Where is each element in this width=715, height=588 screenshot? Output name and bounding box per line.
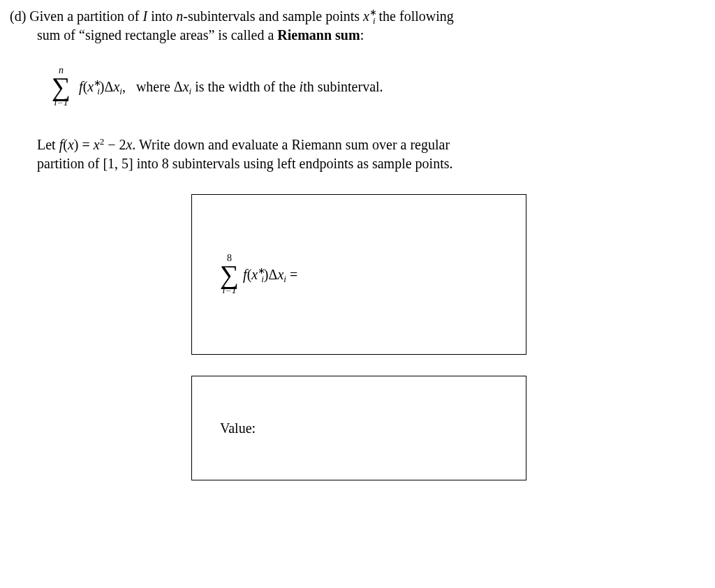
box1-expression: 8 ∑ i=1 f(x∗i)Δxi = [220,253,297,295]
sum-expression: f(x∗i)Δxi, where Δxi is the width of the… [79,78,383,96]
intro-bold: Riemann sum [277,27,360,43]
where-text: where Δxi is the width of the ith subint… [129,79,383,94]
box1-math: f(x∗i)Δxi = [243,265,297,284]
intro-i: i [373,15,376,26]
intro-text-2a: sum of “signed rectangle areas” is calle… [37,27,277,43]
intro-text-1: Given a partition of [29,8,142,24]
sigma-notation: n ∑ i=1 [52,66,71,108]
intro-line2: sum of “signed rectangle areas” is calle… [37,27,364,43]
intro-x: x [363,8,369,24]
intro-text-1b: into [147,8,176,24]
problem-intro: (d) Given a partition of I into n-subint… [10,7,705,45]
sigma-symbol: ∑ [52,75,71,98]
answer-box-value[interactable]: Value: [191,376,526,480]
intro-n: n [176,8,183,24]
value-label: Value: [220,419,256,438]
intro-text-1d: the following [376,8,454,24]
sigma-lower: i=1 [54,98,68,108]
intro-text-2b: : [360,27,364,43]
intro-text-1c: -subintervals and sample points [183,8,363,24]
part-label: (d) [10,8,26,24]
task-paragraph: Let f(x) = x2 − 2x. Write down and evalu… [37,135,705,173]
riemann-definition: n ∑ i=1 f(x∗i)Δxi, where Δxi is the widt… [52,66,705,108]
box1-sigma: 8 ∑ i=1 [220,253,239,295]
answer-box-sum[interactable]: 8 ∑ i=1 f(x∗i)Δxi = [191,194,526,355]
